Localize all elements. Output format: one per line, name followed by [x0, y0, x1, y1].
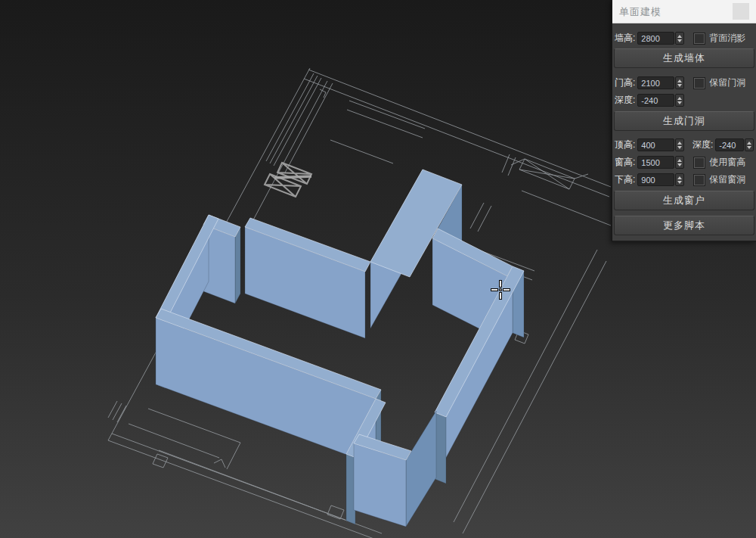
window-depth-input[interactable]: [715, 138, 744, 151]
window-depth-spinner[interactable]: [745, 138, 754, 151]
use-window-height-label: 使用窗高: [709, 156, 745, 169]
door-height-label: 门高:: [615, 76, 635, 89]
window-bottom-input[interactable]: [637, 173, 674, 186]
window-symbol-right: [502, 154, 611, 225]
window-height-row: 窗高: 使用窗高: [615, 156, 754, 169]
window-depth-label: 深度:: [692, 138, 713, 151]
generate-window-button[interactable]: 生成窗户: [614, 191, 754, 210]
window-top-row: 顶高: 深度:: [615, 138, 754, 151]
window-height-label: 窗高:: [615, 156, 635, 169]
app-window: 单面建模 墙高: 背面消影 生成墙体 门高: 保留门洞 深度: 生成门洞: [0, 0, 756, 538]
backface-cull-checkbox[interactable]: [694, 33, 705, 44]
door-height-spinner[interactable]: [675, 76, 684, 89]
panel-titlebar[interactable]: 单面建模: [612, 0, 756, 23]
window-bottom-row: 下高: 保留窗洞: [615, 173, 754, 186]
window-symbol-left: [265, 163, 311, 197]
door-depth-row: 深度:: [615, 94, 754, 107]
wall-height-input[interactable]: [637, 32, 674, 45]
door-depth-input[interactable]: [637, 94, 674, 107]
wall-height-label: 墙高:: [615, 32, 635, 45]
door-height-row: 门高: 保留门洞: [615, 76, 754, 89]
door-depth-label: 深度:: [615, 94, 635, 107]
more-scripts-button[interactable]: 更多脚本: [614, 216, 754, 235]
window-bottom-label: 下高:: [615, 173, 635, 186]
door-depth-spinner[interactable]: [675, 94, 684, 107]
backface-cull-label: 背面消影: [709, 32, 745, 45]
keep-door-hole-label: 保留门洞: [709, 76, 745, 89]
wall-height-row: 墙高: 背面消影: [615, 32, 754, 45]
use-window-height-checkbox[interactable]: [694, 157, 705, 168]
modeling-tool-panel: 单面建模 墙高: 背面消影 生成墙体 门高: 保留门洞 深度: 生成门洞: [612, 0, 756, 242]
generate-wall-button[interactable]: 生成墙体: [614, 48, 754, 68]
panel-corner-button[interactable]: [733, 3, 749, 20]
window-height-spinner[interactable]: [675, 156, 684, 169]
wall-height-spinner[interactable]: [675, 32, 684, 45]
keep-window-hole-label: 保留窗洞: [709, 173, 745, 186]
window-top-input[interactable]: [637, 138, 674, 151]
generate-door-hole-button[interactable]: 生成门洞: [614, 111, 754, 131]
window-top-spinner[interactable]: [675, 138, 684, 151]
generated-walls[interactable]: [156, 169, 524, 527]
window-height-input[interactable]: [637, 156, 674, 169]
window-top-label: 顶高:: [615, 138, 635, 151]
door-height-input[interactable]: [637, 76, 674, 89]
keep-window-hole-checkbox[interactable]: [694, 175, 705, 185]
panel-title-text: 单面建模: [619, 5, 662, 19]
window-bottom-spinner[interactable]: [675, 173, 684, 186]
keep-door-hole-checkbox[interactable]: [694, 78, 705, 89]
